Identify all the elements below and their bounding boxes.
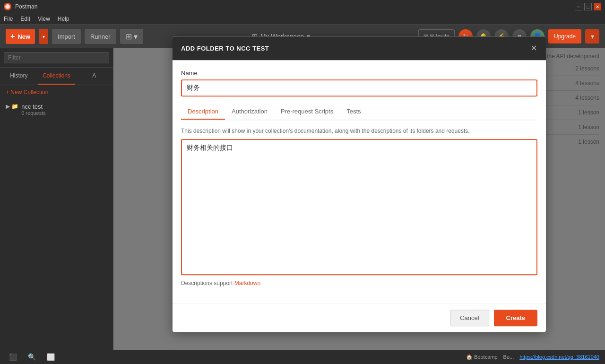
search-status-btn[interactable]: 🔍 — [25, 350, 39, 364]
import-button[interactable]: Import — [52, 29, 81, 44]
widget-button[interactable]: ⊞ ▾ — [120, 29, 143, 44]
cancel-button[interactable]: Cancel — [450, 310, 489, 326]
new-collection-button[interactable]: + New Collection — [0, 85, 113, 99]
close-btn[interactable]: ✕ — [594, 3, 601, 10]
tab-tests[interactable]: Tests — [340, 104, 367, 120]
sidebar: History Collections A + New Collection ▶… — [0, 48, 113, 350]
main-layout: History Collections A + New Collection ▶… — [0, 48, 605, 350]
folder-name-input[interactable] — [182, 80, 536, 95]
menu-edit[interactable]: Edit — [20, 16, 30, 22]
sidebar-tabs: History Collections A — [0, 68, 113, 85]
statusbar: ⬛ 🔍 ⬜ 🏠 Bootcamp Bu... https://blog.csdn… — [0, 350, 605, 364]
collection-item-ncc[interactable]: ▶ 📁 ncc test 0 requests — [0, 99, 113, 120]
plus-icon: + — [10, 32, 15, 41]
collection-name: ncc test — [21, 103, 45, 110]
collection-info: ncc test 0 requests — [21, 103, 45, 116]
description-input[interactable]: 财务相关的接口 — [182, 140, 536, 272]
name-input-wrapper — [181, 79, 537, 96]
titlebar: Postman ─ □ ✕ — [0, 0, 605, 13]
filter-input[interactable] — [4, 52, 109, 63]
description-hint: This description will show in your colle… — [181, 128, 537, 134]
add-folder-dialog: ADD FOLDER TO NCC TEST ✕ Name Descriptio… — [173, 36, 546, 332]
window-controls[interactable]: ─ □ ✕ — [575, 3, 601, 10]
layout-btn[interactable]: ⬜ — [43, 350, 58, 364]
dialog-footer: Cancel Create — [173, 303, 546, 332]
create-button[interactable]: Create — [494, 310, 537, 326]
upgrade-button[interactable]: Upgrade — [548, 29, 581, 43]
tab-api[interactable]: A — [75, 68, 113, 85]
dialog-tabs: Description Authorization Pre-request Sc… — [181, 104, 537, 120]
new-dropdown-arrow[interactable]: ▾ — [39, 29, 48, 44]
runner-button[interactable]: Runner — [85, 29, 116, 44]
name-label: Name — [181, 69, 537, 77]
new-button[interactable]: + New — [6, 29, 35, 44]
markdown-link[interactable]: Markdown — [234, 280, 260, 286]
description-textarea-wrapper: 财务相关的接口 — [181, 139, 537, 275]
markdown-hint: Descriptions support Markdown — [181, 280, 537, 286]
markdown-hint-text: Descriptions support — [181, 280, 234, 286]
sidebar-search-area — [0, 48, 113, 68]
dialog-title: ADD FOLDER TO NCC TEST — [181, 45, 269, 52]
tab-description[interactable]: Description — [181, 104, 225, 120]
app-title: Postman — [15, 3, 571, 10]
build-label: Bu... — [503, 354, 514, 360]
sidebar-toggle-btn[interactable]: ⬛ — [6, 350, 20, 364]
tab-authorization[interactable]: Authorization — [225, 104, 274, 120]
dialog-header: ADD FOLDER TO NCC TEST ✕ — [173, 36, 546, 60]
dialog-body: Name Description Authorization Pre-reque… — [173, 60, 546, 303]
app-icon — [4, 3, 11, 10]
bootcamp-label: 🏠 Bootcamp — [466, 354, 498, 360]
upgrade-arrow[interactable]: ▾ — [585, 29, 599, 43]
collection-requests: 0 requests — [21, 110, 45, 116]
menubar: File Edit View Help — [0, 13, 605, 25]
folder-icon: ▶ 📁 — [6, 103, 18, 110]
menu-view[interactable]: View — [38, 16, 50, 22]
tab-history[interactable]: History — [0, 68, 38, 85]
menu-file[interactable]: File — [4, 16, 13, 22]
new-label: New — [17, 33, 30, 40]
minimize-btn[interactable]: ─ — [575, 3, 582, 10]
svg-point-0 — [5, 4, 10, 9]
tab-collections[interactable]: Collections — [38, 68, 76, 85]
statusbar-right: 🏠 Bootcamp Bu... https://blog.csdn.net/q… — [466, 354, 599, 360]
tab-pre-request[interactable]: Pre-request Scripts — [274, 104, 340, 120]
csdn-link[interactable]: https://blog.csdn.net/qq_38161040 — [519, 354, 599, 360]
dialog-close-button[interactable]: ✕ — [530, 43, 537, 53]
maximize-btn[interactable]: □ — [584, 3, 592, 10]
content-area: tage of the API development 2 lessons 4 … — [113, 48, 605, 350]
menu-help[interactable]: Help — [58, 16, 69, 22]
